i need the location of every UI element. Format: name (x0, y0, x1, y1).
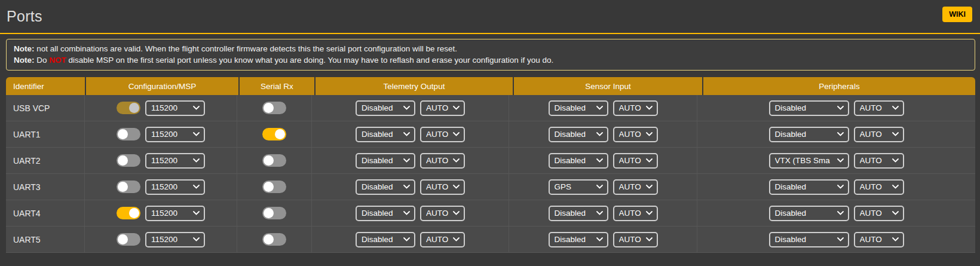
serial-rx-toggle[interactable] (262, 233, 286, 246)
configuration-msp-cell: 115200 (85, 174, 237, 200)
telemetry-baud-select[interactable]: AUTO (420, 127, 465, 142)
peripherals-cell: Disabled AUTO (697, 121, 975, 147)
toggle-knob (129, 208, 139, 218)
chevron-down-icon (646, 237, 653, 241)
msp-toggle[interactable] (117, 128, 140, 140)
peripherals-select[interactable]: Disabled (769, 206, 849, 221)
serial-rx-toggle[interactable] (262, 181, 286, 193)
note-text: disable MSP on the first serial port unl… (66, 56, 553, 65)
port-identifier: UART4 (6, 200, 85, 226)
msp-baud-select[interactable]: 115200 (145, 100, 205, 116)
chevron-down-icon (892, 211, 899, 215)
telemetry-baud-select[interactable]: AUTO (420, 206, 465, 221)
sensor-baud-select[interactable]: AUTO (613, 206, 658, 221)
telemetry-baud-select[interactable]: AUTO (420, 100, 465, 116)
msp-toggle[interactable] (117, 102, 140, 114)
chevron-down-icon (837, 237, 844, 241)
sensor-baud-select[interactable]: AUTO (613, 179, 658, 195)
toggle-knob (264, 155, 274, 166)
chevron-down-icon (596, 132, 603, 136)
telemetry-select[interactable]: Disabled (356, 153, 415, 169)
serial-rx-toggle[interactable] (262, 102, 286, 114)
msp-baud-select[interactable]: 115200 (145, 179, 205, 195)
peripherals-baud-select[interactable]: AUTO (854, 153, 904, 169)
peripherals-baud-select[interactable]: AUTO (854, 127, 904, 142)
peripherals-baud-select[interactable]: AUTO (854, 232, 904, 247)
telemetry-select[interactable]: Disabled (356, 127, 415, 142)
peripherals-baud-select[interactable]: AUTO (854, 206, 904, 221)
toggle-knob (118, 182, 128, 192)
note-label: Note: (14, 56, 35, 65)
serial-rx-toggle[interactable] (262, 128, 286, 140)
peripherals-select[interactable]: Disabled (769, 100, 849, 116)
telemetry-baud-select[interactable]: AUTO (420, 179, 465, 195)
chevron-down-icon (403, 132, 410, 136)
serial-rx-toggle[interactable] (262, 207, 286, 219)
wiki-button[interactable]: WIKI (942, 7, 972, 22)
serial-rx-toggle[interactable] (262, 154, 286, 167)
sensor-select[interactable]: Disabled (549, 232, 608, 247)
peripherals-cell: Disabled AUTO (697, 227, 975, 252)
sensor-select[interactable]: GPS (549, 179, 608, 195)
chevron-down-icon (837, 106, 844, 110)
table-row: USB VCP 115200 Disabled AUTO Disabled (6, 95, 975, 121)
configuration-msp-cell: 115200 (85, 200, 237, 226)
note-line-2: Note: Do NOT disable MSP on the first se… (14, 54, 967, 66)
chevron-down-icon (193, 158, 200, 163)
peripherals-baud-select[interactable]: AUTO (854, 179, 904, 195)
msp-toggle[interactable] (117, 207, 140, 219)
msp-baud-select[interactable]: 115200 (145, 127, 205, 142)
sensor-baud-select[interactable]: AUTO (613, 100, 658, 116)
port-identifier: UART3 (6, 174, 85, 200)
telemetry-select[interactable]: Disabled (356, 232, 415, 247)
sensor-select[interactable]: Disabled (549, 206, 608, 221)
chevron-down-icon (837, 211, 844, 215)
table-header-row: Identifier Configuration/MSP Serial Rx T… (6, 77, 975, 95)
toggle-knob (275, 129, 285, 139)
serial-rx-cell (237, 174, 312, 200)
msp-baud-select[interactable]: 115200 (145, 206, 205, 221)
peripherals-select[interactable]: Disabled (769, 232, 849, 247)
sensor-select[interactable]: Disabled (549, 153, 608, 169)
msp-baud-select[interactable]: 115200 (145, 232, 205, 247)
msp-baud-select[interactable]: 115200 (145, 153, 205, 169)
sensor-baud-select[interactable]: AUTO (613, 153, 658, 169)
telemetry-baud-select[interactable]: AUTO (420, 232, 465, 247)
telemetry-select[interactable]: Disabled (356, 100, 415, 116)
ports-tab: Ports WIKI Note: not all combinations ar… (0, 0, 980, 253)
chevron-down-icon (193, 185, 200, 189)
chevron-down-icon (596, 237, 603, 241)
telemetry-select[interactable]: Disabled (356, 179, 415, 195)
sensor-baud-select[interactable]: AUTO (613, 127, 658, 142)
chevron-down-icon (646, 211, 653, 215)
column-header-identifier: Identifier (6, 77, 85, 95)
sensor-baud-select[interactable]: AUTO (613, 232, 658, 247)
peripherals-select[interactable]: Disabled (769, 127, 849, 142)
chevron-down-icon (453, 237, 460, 241)
column-header-configuration-msp: Configuration/MSP (86, 77, 238, 95)
note-line-1: Note: not all combinations are valid. Wh… (14, 43, 967, 54)
chevron-down-icon (837, 132, 844, 136)
toggle-knob (129, 103, 139, 113)
chevron-down-icon (837, 158, 844, 163)
chevron-down-icon (403, 106, 410, 110)
peripherals-cell: Disabled AUTO (697, 95, 975, 121)
peripherals-select[interactable]: VTX (TBS Sma (769, 153, 849, 169)
msp-toggle[interactable] (117, 154, 140, 167)
note-box: Note: not all combinations are valid. Wh… (6, 39, 975, 71)
msp-toggle[interactable] (117, 181, 140, 193)
note-not-highlight: NOT (49, 56, 66, 65)
peripherals-select[interactable]: Disabled (769, 179, 849, 195)
chevron-down-icon (596, 106, 603, 110)
msp-toggle[interactable] (117, 233, 140, 246)
chevron-down-icon (453, 132, 460, 136)
peripherals-cell: VTX (TBS Sma AUTO (697, 148, 975, 173)
sensor-select[interactable]: Disabled (549, 127, 608, 142)
configuration-msp-cell: 115200 (85, 227, 237, 252)
telemetry-output-cell: Disabled AUTO (312, 200, 509, 226)
telemetry-select[interactable]: Disabled (356, 206, 415, 221)
sensor-select[interactable]: Disabled (549, 100, 608, 116)
peripherals-baud-select[interactable]: AUTO (854, 100, 904, 116)
serial-rx-cell (237, 121, 312, 147)
telemetry-baud-select[interactable]: AUTO (420, 153, 465, 169)
